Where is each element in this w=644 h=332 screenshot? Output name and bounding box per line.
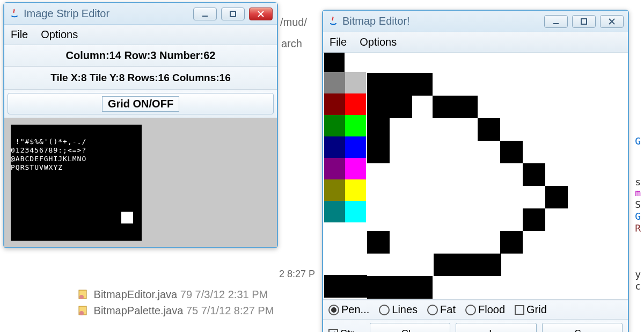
- palette-color[interactable]: [324, 115, 345, 136]
- pixel[interactable]: [367, 141, 390, 163]
- image-strip-canvas[interactable]: !"#$%&'()*+,-./ 0123456789:;<=>? @ABCDEF…: [4, 118, 277, 247]
- tool-label: Pen...: [341, 304, 369, 316]
- java-file-icon: [78, 305, 89, 316]
- strip-label: Str...: [340, 328, 362, 333]
- image-strip-editor-window: Image Strip Editor File Options Column:1…: [3, 2, 278, 248]
- pixel[interactable]: [367, 231, 390, 254]
- window-title: Image Strip Editor: [24, 8, 193, 20]
- palette-color[interactable]: [345, 72, 366, 93]
- grid-checkbox[interactable]: Grid: [515, 304, 547, 316]
- maximize-button[interactable]: [221, 8, 245, 20]
- tool-flood-radio[interactable]: Flood: [465, 304, 505, 316]
- file-date: 7/3/12 2:31 PM: [195, 288, 268, 300]
- palette-color[interactable]: [324, 93, 345, 115]
- minimize-button[interactable]: [193, 8, 217, 20]
- save-button[interactable]: S...: [542, 323, 623, 332]
- pixel[interactable]: [434, 254, 479, 276]
- tool-label: Grid: [526, 304, 547, 316]
- clear-button[interactable]: Cl...: [370, 323, 450, 332]
- tile-info-row1: Column:14 Row:3 Number:62: [4, 45, 277, 67]
- bg-time-fragment: 2 8:27 P: [279, 269, 315, 280]
- pixel[interactable]: [479, 254, 501, 276]
- code-char: c: [635, 280, 641, 292]
- menubar: File Options: [4, 25, 277, 45]
- palette-color[interactable]: [324, 201, 345, 222]
- palette-color[interactable]: [345, 115, 366, 136]
- tool-fat-radio[interactable]: Fat: [427, 304, 456, 316]
- bitmap-editor-window: Bitmap Editor! File Options Pen... Lines…: [322, 10, 629, 332]
- java-icon: [9, 8, 20, 20]
- font-row: 0123456789:;<=>?: [11, 146, 142, 155]
- radio-icon: [465, 305, 476, 315]
- titlebar[interactable]: Image Strip Editor: [4, 3, 277, 25]
- tool-label: Lines: [392, 304, 418, 316]
- file-row-1[interactable]: BitmapEditor.java 79 7/3/12 2:31 PM: [78, 287, 268, 301]
- svg-rect-9: [581, 19, 587, 24]
- pixel[interactable]: [367, 73, 433, 96]
- window-title: Bitmap Editor!: [342, 15, 544, 27]
- java-file-icon: [78, 289, 89, 300]
- palette-color[interactable]: [345, 136, 366, 158]
- checkbox-icon: [515, 305, 524, 315]
- palette-color[interactable]: [345, 201, 366, 222]
- file-name: BitmapPalette.java: [94, 305, 184, 316]
- close-button[interactable]: [600, 15, 624, 28]
- palette-color[interactable]: [324, 179, 345, 201]
- java-icon: [327, 16, 339, 27]
- font-row: !"#$%&'()*+,-./: [11, 138, 142, 146]
- load-button[interactable]: L...: [456, 323, 536, 332]
- file-rev: 79: [180, 288, 192, 300]
- code-char: s: [635, 176, 641, 187]
- minimize-button[interactable]: [544, 15, 568, 28]
- menu-file[interactable]: File: [11, 28, 28, 41]
- pixel[interactable]: [367, 118, 390, 141]
- radio-icon: [379, 305, 390, 315]
- radio-icon: [427, 305, 438, 315]
- menu-options[interactable]: Options: [41, 28, 78, 41]
- file-rev: 75: [186, 305, 198, 316]
- code-char: G: [635, 211, 641, 222]
- tool-pencil-radio[interactable]: Pen...: [328, 304, 369, 316]
- palette-color[interactable]: [324, 158, 345, 179]
- tool-selection-row: Pen... Lines Fat Flood Grid: [323, 300, 628, 320]
- bg-path-fragment: /mud/: [280, 16, 307, 28]
- bg-search-fragment: arch: [281, 38, 302, 50]
- menu-file[interactable]: File: [330, 36, 347, 48]
- pixel[interactable]: [324, 275, 367, 298]
- color-palette: [324, 72, 366, 222]
- menubar: File Options: [323, 32, 628, 53]
- strip-checkbox[interactable]: Str...: [328, 328, 362, 333]
- code-char: R: [635, 222, 641, 234]
- code-char: m: [635, 187, 641, 198]
- pixel[interactable]: [433, 96, 478, 118]
- font-row: @ABCDEFGHIJKLMNO: [11, 155, 142, 163]
- checkbox-icon: [328, 329, 338, 332]
- pixel[interactable]: [523, 163, 545, 186]
- pixel[interactable]: [478, 118, 500, 141]
- palette-color[interactable]: [345, 179, 366, 201]
- maximize-button[interactable]: [572, 15, 596, 28]
- file-row-2[interactable]: BitmapPalette.java 75 7/1/12 8:27 PM: [78, 304, 274, 317]
- svg-rect-5: [230, 11, 236, 17]
- code-char: y: [635, 269, 641, 280]
- svg-point-3: [79, 311, 84, 315]
- pixel[interactable]: [324, 53, 345, 73]
- pixel[interactable]: [367, 96, 412, 118]
- pixel[interactable]: [545, 186, 568, 208]
- selection-cursor: [121, 212, 133, 223]
- pixel[interactable]: [523, 208, 545, 231]
- palette-color[interactable]: [345, 158, 366, 179]
- palette-color[interactable]: [324, 136, 345, 158]
- grid-toggle-button[interactable]: Grid ON/OFF: [8, 93, 274, 114]
- pixel[interactable]: [500, 141, 523, 163]
- tool-lines-radio[interactable]: Lines: [379, 304, 418, 316]
- palette-color[interactable]: [324, 72, 345, 93]
- close-button[interactable]: [249, 8, 273, 20]
- menu-options[interactable]: Options: [360, 36, 397, 48]
- palette-color[interactable]: [345, 93, 366, 115]
- svg-point-1: [79, 295, 84, 299]
- tile-info-row2: Tile X:8 Tile Y:8 Rows:16 Columns:16: [4, 67, 277, 90]
- pixel[interactable]: [367, 276, 433, 299]
- pixel[interactable]: [500, 231, 523, 254]
- titlebar[interactable]: Bitmap Editor!: [323, 11, 628, 32]
